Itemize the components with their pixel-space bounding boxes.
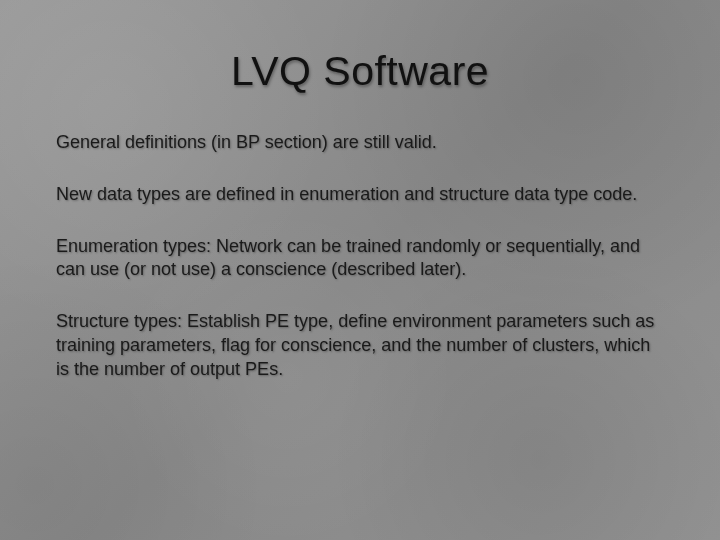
paragraph: New data types are defined in enumeratio… (56, 183, 664, 207)
paragraph: Structure types: Establish PE type, defi… (56, 310, 664, 381)
slide-container: LVQ Software General definitions (in BP … (0, 0, 720, 540)
slide-title: LVQ Software (56, 48, 664, 95)
slide-body: General definitions (in BP section) are … (56, 131, 664, 381)
paragraph: General definitions (in BP section) are … (56, 131, 664, 155)
paragraph: Enumeration types: Network can be traine… (56, 235, 664, 283)
